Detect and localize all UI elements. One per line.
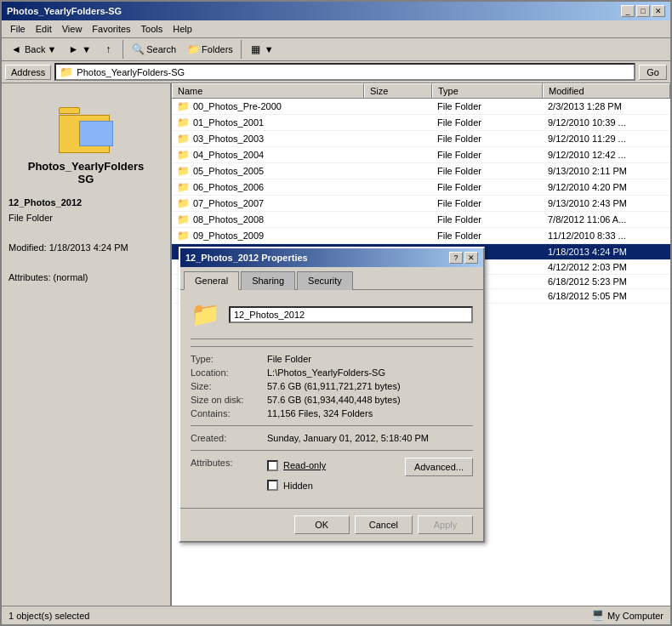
up-button[interactable]: ↑	[97, 40, 119, 59]
minimize-button[interactable]: _	[621, 5, 635, 17]
file-type-cell: File Folder	[432, 228, 543, 243]
col-size[interactable]: Size	[364, 83, 432, 98]
readonly-row: Read-only	[267, 460, 326, 471]
folder-icon: 📁	[177, 181, 190, 193]
search-icon: 🔍	[131, 43, 145, 56]
menu-edit[interactable]: Edit	[31, 22, 57, 36]
ok-button[interactable]: OK	[294, 515, 350, 534]
file-name-cell: 📁00_Photos_Pre-2000	[172, 99, 364, 114]
back-label: Back	[25, 44, 45, 54]
apply-button[interactable]: Apply	[418, 515, 473, 534]
status-bar: 1 object(s) selected 🖥️ My Computer	[2, 606, 670, 624]
menu-tools[interactable]: Tools	[136, 22, 168, 36]
back-button[interactable]: ◄ Back ▼	[5, 40, 60, 59]
table-row[interactable]: 📁08_Photos_2008File Folder7/8/2012 11:06…	[172, 212, 670, 228]
search-button[interactable]: 🔍 Search	[127, 40, 180, 59]
computer-label: My Computer	[607, 611, 663, 621]
go-button[interactable]: Go	[639, 65, 667, 80]
folder-info: 12_Photos_2012 File Folder Modified: 1/1…	[9, 196, 128, 286]
file-type-cell: File Folder	[432, 163, 543, 179]
address-folder-icon: 📁	[60, 65, 73, 78]
table-row[interactable]: 📁00_Photos_Pre-2000File Folder2/3/2013 1…	[172, 99, 670, 115]
table-row[interactable]: 📁04_Photos_2004File Folder9/12/2010 12:4…	[172, 147, 670, 163]
file-size-cell	[364, 131, 432, 146]
folder-icon: 📁	[177, 197, 190, 209]
table-row[interactable]: 📁01_Photos_2001File Folder9/12/2010 10:3…	[172, 115, 670, 131]
readonly-checkbox[interactable]	[267, 460, 278, 471]
col-name[interactable]: Name	[172, 83, 364, 98]
menu-favorites[interactable]: Favorites	[87, 22, 135, 36]
advanced-button[interactable]: Advanced...	[405, 458, 473, 476]
item-attributes: (normal)	[54, 272, 88, 282]
folder-icon: 📁	[177, 165, 190, 177]
size-value: 57.6 GB (61,911,721,271 bytes)	[267, 381, 473, 391]
dialog-content: 📁 Type: File Folder Location: L:\Photos_…	[180, 290, 483, 508]
location-label: Location:	[191, 367, 267, 378]
address-input[interactable]: 📁 Photos_YearlyFolders-SG	[54, 63, 635, 81]
dialog-title: 12_Photos_2012 Properties	[185, 253, 308, 263]
dialog-close-button[interactable]: ✕	[464, 252, 478, 264]
table-row[interactable]: 📁09_Photos_2009File Folder11/12/2010 8:3…	[172, 228, 670, 244]
table-row[interactable]: 📁03_Photos_2003File Folder9/12/2010 11:2…	[172, 131, 670, 147]
file-size-cell	[364, 115, 432, 130]
file-type-cell: File Folder	[432, 179, 543, 195]
selected-item-name: 12_Photos_2012	[9, 196, 128, 211]
large-folder-icon	[59, 99, 113, 153]
item-type: File Folder	[9, 213, 53, 223]
file-type-cell: File Folder	[432, 99, 543, 114]
file-name: 04_Photos_2004	[193, 150, 264, 160]
toolbar: ◄ Back ▼ ► ▼ ↑ 🔍 Search 📁 Folders ▦ ▼	[2, 38, 670, 61]
forward-dropdown-icon: ▼	[82, 44, 91, 54]
menu-bar: File Edit View Favorites Tools Help	[2, 20, 670, 38]
file-name-cell: 📁08_Photos_2008	[172, 212, 364, 227]
views-button[interactable]: ▦ ▼	[245, 40, 278, 59]
title-bar-buttons: _ □ ✕	[621, 5, 665, 17]
contains-value: 11,156 Files, 324 Folders	[267, 408, 473, 418]
file-type-cell: File Folder	[432, 147, 543, 162]
status-text: 1 object(s) selected	[9, 611, 89, 621]
attributes-label: Attributes:	[191, 458, 267, 494]
folders-button[interactable]: 📁 Folders	[182, 40, 237, 59]
table-row[interactable]: 📁05_Photos_2005File Folder9/13/2010 2:11…	[172, 163, 670, 179]
left-panel: Photos_YearlyFoldersSG 12_Photos_2012 Fi…	[2, 83, 172, 606]
file-type-cell: File Folder	[432, 115, 543, 130]
prop-folder-icon: 📁	[191, 300, 220, 328]
attributes-row: Attributes: Read-only Advanced... Hidden	[191, 458, 473, 494]
folder-icon: 📁	[177, 149, 190, 161]
cancel-button[interactable]: Cancel	[355, 515, 413, 534]
file-name-cell: 📁01_Photos_2001	[172, 115, 364, 130]
file-size-cell	[364, 228, 432, 243]
table-row[interactable]: 📁06_Photos_2006File Folder9/12/2010 4:20…	[172, 179, 670, 196]
prop-header: 📁	[191, 300, 473, 328]
folder-icon: 📁	[177, 230, 190, 242]
file-type-cell: File Folder	[432, 131, 543, 146]
file-name: 09_Photos_2009	[193, 230, 264, 241]
table-row[interactable]: 📁07_Photos_2007File Folder9/13/2010 2:43…	[172, 196, 670, 212]
properties-dialog[interactable]: 12_Photos_2012 Properties ? ✕ General Sh…	[179, 247, 485, 543]
close-button[interactable]: ✕	[652, 5, 665, 17]
menu-view[interactable]: View	[57, 22, 88, 36]
folder-name-input[interactable]	[229, 306, 473, 323]
hidden-checkbox[interactable]	[267, 480, 278, 491]
hidden-label: Hidden	[283, 481, 313, 491]
dialog-help-button[interactable]: ?	[449, 252, 463, 264]
tab-general[interactable]: General	[184, 271, 239, 290]
file-size-cell	[364, 196, 432, 211]
tab-sharing[interactable]: Sharing	[241, 271, 295, 290]
folder-tab	[59, 107, 80, 114]
back-icon: ◄	[9, 43, 23, 56]
file-modified-cell: 6/18/2012 5:05 PM	[543, 289, 670, 303]
menu-file[interactable]: File	[5, 22, 31, 36]
contains-row: Contains: 11,156 Files, 324 Folders	[191, 408, 473, 418]
folders-label: Folders	[202, 44, 233, 54]
col-modified[interactable]: Modified	[543, 83, 670, 98]
tab-security[interactable]: Security	[297, 271, 353, 290]
file-name: 06_Photos_2006	[193, 182, 264, 192]
file-name-cell: 📁04_Photos_2004	[172, 147, 364, 162]
col-type[interactable]: Type	[432, 83, 543, 98]
maximize-button[interactable]: □	[636, 5, 650, 17]
file-modified-cell: 11/12/2010 8:33 ...	[543, 228, 670, 243]
menu-help[interactable]: Help	[168, 22, 197, 36]
type-value: File Folder	[267, 354, 473, 364]
forward-button[interactable]: ► ▼	[62, 40, 95, 59]
